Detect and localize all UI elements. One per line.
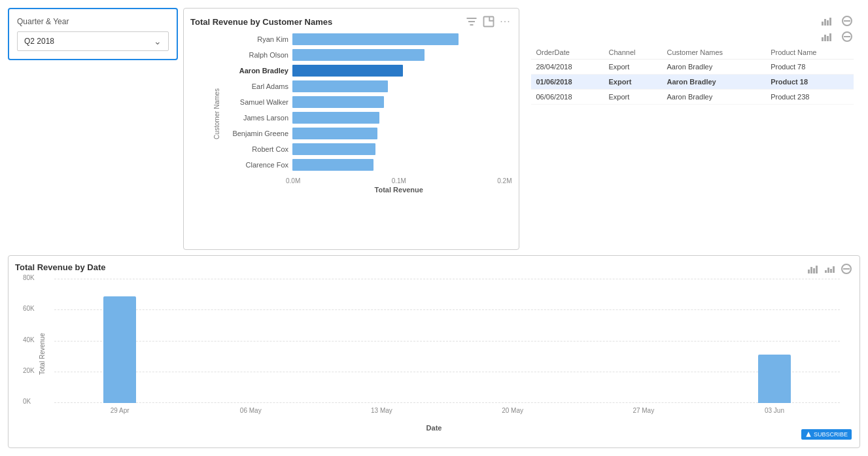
svg-rect-0 — [483, 17, 493, 27]
col-customer: Customer Names — [662, 46, 766, 60]
vertical-bar-chart: 80K60K40K20K0K 29 Apr06 May13 May20 May2… — [54, 279, 840, 423]
table-no-entry-icon2[interactable] — [841, 30, 854, 43]
table-cell: Product 78 — [765, 60, 854, 75]
hbar-label: Samuel Walker — [210, 98, 288, 106]
col-channel: Channel — [604, 46, 662, 60]
hbar-track — [292, 65, 506, 77]
bottom-y-axis-label: Total Revenue — [39, 333, 46, 375]
col-orderdate: OrderDate — [531, 46, 604, 60]
hbar-fill — [292, 143, 375, 155]
svg-rect-4 — [833, 266, 835, 273]
hbar-fill — [292, 128, 377, 139]
bottom-chart-title: Total Revenue by Date — [15, 262, 105, 272]
x-axis-labels: 29 Apr06 May13 May20 May27 May03 Jun — [54, 403, 840, 423]
bottom-chart-header: Total Revenue by Date — [15, 262, 853, 272]
hbar-row: Robert Cox — [210, 143, 506, 155]
hbar-label: Benjamin Greene — [210, 130, 288, 137]
table-cell: Product 18 — [765, 75, 854, 90]
bar-chart-panel: Total Revenue by Customer Names ··· Cust… — [183, 8, 519, 250]
vbar-group — [54, 296, 185, 403]
col-product: Product Name — [765, 46, 854, 60]
hbar-row: Benjamin Greene — [210, 128, 506, 139]
hbar-row: Ralph Olson — [210, 49, 506, 61]
hbar-row: Samuel Walker — [210, 96, 506, 108]
table-row: 28/04/2018ExportAaron BradleyProduct 78 — [531, 60, 854, 75]
hbar-row: Earl Adams — [210, 80, 506, 92]
hbar-fill — [292, 96, 384, 108]
filter-icon[interactable] — [465, 15, 478, 28]
hbar-fill — [292, 65, 403, 77]
hbar-fill — [292, 80, 388, 92]
bottom-bar-icon[interactable] — [823, 262, 836, 275]
subscribe-button[interactable]: SUBSCRIBE — [801, 429, 852, 440]
hbar-track — [292, 96, 506, 108]
more-options-icon[interactable]: ··· — [499, 15, 512, 28]
table-cell: 01/06/2018 — [531, 75, 604, 90]
x-axis-label: 13 May — [316, 403, 447, 423]
table-cell: Export — [604, 75, 662, 90]
bottom-chart-icon[interactable] — [806, 262, 819, 275]
hbar-track — [292, 112, 506, 124]
hbar-fill — [292, 49, 425, 61]
table-no-entry-icon[interactable] — [841, 14, 854, 27]
data-table: OrderDate Channel Customer Names Product… — [531, 46, 854, 105]
bottom-chart-panel: Total Revenue by Date — [8, 255, 860, 448]
table-chart-icon[interactable] — [820, 14, 833, 27]
hbar-label: Ralph Olson — [210, 51, 288, 59]
filter-dropdown[interactable]: Q2 2018 ⌄ — [17, 31, 169, 51]
table-row: 01/06/2018ExportAaron BradleyProduct 18 — [531, 75, 854, 90]
hbar-fill — [292, 159, 373, 171]
table-chart-icon2[interactable] — [820, 30, 833, 43]
hbar-label: Earl Adams — [210, 82, 288, 90]
hbar-row: Ryan Kim — [210, 33, 506, 45]
table-icons-second-row — [531, 30, 854, 43]
table-row: 06/06/2018ExportAaron BradleyProduct 238 — [531, 90, 854, 105]
table-cell: Aaron Bradley — [662, 60, 766, 75]
x-axis-label: 27 May — [578, 403, 709, 423]
table-cell: Export — [604, 90, 662, 105]
hbar-track — [292, 49, 506, 61]
chart-bars — [54, 279, 840, 403]
table-cell: Aaron Bradley — [662, 75, 766, 90]
bar-chart-header: Total Revenue by Customer Names ··· — [190, 15, 512, 28]
x-axis-label: 06 May — [185, 403, 316, 423]
table-panel: OrderDate Channel Customer Names Product… — [525, 8, 861, 250]
bar-chart-title: Total Revenue by Customer Names — [190, 17, 332, 27]
hbar-track — [292, 128, 506, 139]
hbar-track — [292, 159, 506, 171]
bar-chart-icons: ··· — [465, 15, 512, 28]
hbar-label: Robert Cox — [210, 145, 288, 153]
hbar-label: James Larson — [210, 114, 288, 122]
subscribe-label: SUBSCRIBE — [814, 431, 848, 438]
table-icons-top — [531, 14, 854, 27]
hbar-label: Aaron Bradley — [210, 67, 288, 75]
vbar — [103, 296, 136, 403]
filter-label: Quarter & Year — [17, 17, 169, 26]
svg-rect-1 — [825, 270, 827, 273]
x-axis-label: 29 Apr — [54, 403, 185, 423]
hbar-track — [292, 80, 506, 92]
vbar — [758, 355, 791, 403]
svg-rect-3 — [830, 269, 832, 273]
bottom-no-entry-icon[interactable] — [840, 262, 853, 275]
hbar-row: James Larson — [210, 112, 506, 124]
hbar-label: Ryan Kim — [210, 35, 288, 43]
vbar-group — [709, 355, 840, 403]
table-cell: 28/04/2018 — [531, 60, 604, 75]
filter-value: Q2 2018 — [24, 37, 54, 46]
x-axis-label: 20 May — [447, 403, 578, 423]
x-axis-label: 03 Jun — [709, 403, 840, 423]
hbar-row: Clarence Fox — [210, 159, 506, 171]
bottom-x-axis-label: Date — [15, 424, 853, 432]
hbar-row: Aaron Bradley — [210, 65, 506, 77]
table-cell: Product 238 — [765, 90, 854, 105]
table-cell: Aaron Bradley — [662, 90, 766, 105]
filter-panel: Quarter & Year Q2 2018 ⌄ — [8, 8, 178, 60]
horizontal-bar-chart: Ryan KimRalph OlsonAaron BradleyEarl Ada… — [203, 33, 512, 175]
expand-icon[interactable] — [482, 15, 495, 28]
svg-rect-2 — [827, 268, 829, 273]
bar-chart-x-axis-label: Total Revenue — [203, 186, 512, 194]
hbar-label: Clarence Fox — [210, 161, 288, 169]
table-cell: 06/06/2018 — [531, 90, 604, 105]
bottom-chart-icons — [806, 262, 853, 275]
